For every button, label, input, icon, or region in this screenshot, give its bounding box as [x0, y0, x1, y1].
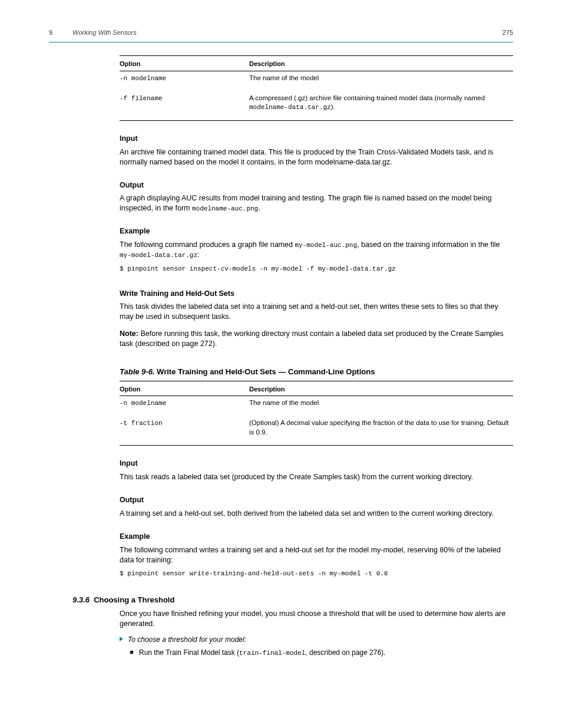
header-chapter: 9	[49, 28, 72, 37]
running-header: 9 Working With Sensors 275	[49, 28, 513, 37]
heading-output-1: Output	[120, 180, 513, 190]
table1-row1: -n modelname The name of the model	[120, 71, 513, 91]
table1-row1-desc: The name of the model	[249, 74, 513, 83]
para-write-sets: This task divides the labeled data set i…	[120, 302, 513, 322]
table1-header-row: Option Description	[120, 56, 513, 71]
table1-row2-desc: A compressed (.gz) archive file containi…	[249, 94, 513, 112]
heading-input-2: Input	[120, 459, 513, 469]
para-output-1: A graph displaying AUC results from mode…	[120, 193, 513, 213]
heading-input-1: Input	[120, 134, 513, 144]
bullet-square-icon	[130, 651, 133, 654]
procedure-arrow-icon	[120, 637, 123, 641]
table2-row2: -t fraction (Optional) A decimal value s…	[120, 416, 513, 445]
table2-row2-opt: -t fraction	[120, 420, 163, 427]
para-example-1: The following command produces a graph f…	[120, 240, 513, 260]
code-example-2: $ pinpoint sensor write-training-and-hel…	[120, 569, 513, 578]
para-input-1: An archive file containing trained model…	[120, 147, 513, 167]
procedure-bullet-1: Run the Train Final Model task (train-fi…	[120, 648, 513, 658]
para-output-2: A training set and a held-out set, both …	[120, 509, 513, 519]
para-936-body: Once you have finished refining your mod…	[120, 609, 513, 629]
heading-9-3-6: 9.3.6 Choosing a Threshold	[72, 595, 513, 605]
table2-bottom-rule	[120, 445, 513, 446]
heading-write-sets: Write Training and Held-Out Sets	[120, 289, 513, 299]
header-title: Working With Sensors	[72, 28, 503, 37]
table2-row2-desc: (Optional) A decimal value specifying th…	[249, 419, 513, 437]
procedure-line: To choose a threshold for your model:	[120, 635, 513, 644]
table1-bottom-rule	[120, 120, 513, 121]
note-write-sets: Note: Before running this task, the work…	[120, 329, 513, 349]
table1-row1-opt: -n modelname	[120, 75, 166, 82]
code-example-1: $ pinpoint sensor inspect-cv-models -n m…	[120, 265, 513, 274]
para-example-2: The following command writes a training …	[120, 545, 513, 565]
table1-row2-opt: -f filename	[120, 95, 163, 102]
table2-col1-head: Option	[120, 385, 249, 394]
heading-example-2: Example	[120, 532, 513, 542]
table2-caption: Table 9-6. Write Training and Held-Out S…	[120, 367, 513, 377]
table1-col2-head: Description	[249, 60, 513, 68]
table1-row2: -f filename A compressed (.gz) archive f…	[120, 91, 513, 120]
table1-col1-head: Option	[120, 60, 249, 68]
table2-row1-desc: The name of the model	[249, 398, 513, 408]
table2-col2-head: Description	[249, 385, 513, 394]
table2-row1: -n modelname The name of the model	[120, 396, 513, 416]
table2-header-row: Option Description	[120, 381, 513, 396]
para-input-2: This task reads a labeled data set (prod…	[120, 472, 513, 482]
heading-example-1: Example	[120, 226, 513, 236]
table2-row1-opt: -n modelname	[120, 400, 166, 407]
header-rule	[49, 42, 513, 42]
heading-output-2: Output	[120, 495, 513, 505]
header-page: 275	[503, 28, 513, 37]
